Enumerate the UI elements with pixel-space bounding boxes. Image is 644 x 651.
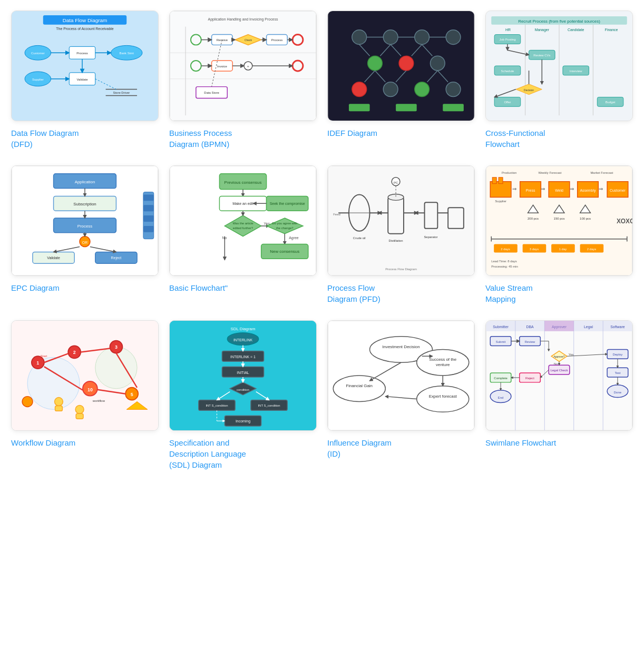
card-title-sdl: Specification and Description Language (…: [169, 437, 317, 470]
card-dfd[interactable]: Data Flow Diagram The Process of Account…: [11, 11, 159, 150]
svg-text:Schedule: Schedule: [501, 70, 514, 73]
svg-text:Process: Process: [77, 224, 93, 229]
svg-text:2 days: 2 days: [587, 248, 597, 251]
svg-text:Process: Process: [76, 52, 87, 55]
svg-text:Subscription: Subscription: [73, 202, 96, 206]
svg-text:150 pcs: 150 pcs: [554, 217, 565, 220]
svg-text:Incoming: Incoming: [236, 419, 250, 423]
card-title-pfd: Process Flow Diagram (PFD): [327, 282, 475, 304]
svg-rect-128: [143, 194, 154, 201]
svg-text:Candidate: Candidate: [568, 28, 584, 32]
svg-text:Legal: Legal: [584, 325, 593, 329]
svg-text:Complete: Complete: [494, 377, 508, 380]
svg-point-238: [55, 398, 63, 406]
svg-rect-186: [499, 177, 503, 184]
card-title-bpmn: Business Process Diagram (BPMN): [169, 127, 317, 150]
svg-text:workflow: workflow: [92, 399, 105, 402]
svg-text:Supplier: Supplier: [495, 200, 506, 203]
svg-text:Deploy: Deploy: [613, 353, 623, 356]
svg-rect-129: [143, 205, 154, 211]
card-bpmn[interactable]: Application Handling and Invoicing Proce…: [169, 11, 317, 150]
svg-text:Reject: Reject: [111, 256, 122, 260]
svg-text:Application: Application: [75, 180, 95, 184]
svg-text:Weld: Weld: [555, 189, 563, 192]
thumbnail-dfd: Data Flow Diagram The Process of Account…: [11, 11, 159, 121]
svg-text:INITIAL: INITIAL: [237, 371, 249, 374]
svg-text:200 pcs: 200 pcs: [528, 217, 539, 220]
svg-text:HR: HR: [505, 28, 511, 32]
svg-point-59: [430, 56, 445, 71]
card-pfd[interactable]: Crude oil Distillation Separator Feed: [327, 165, 475, 304]
svg-rect-79: [443, 104, 464, 111]
svg-point-53: [352, 30, 367, 45]
svg-point-162: [388, 194, 404, 200]
thumbnail-swimlane: Submitter DBA Approver Legal Software Su…: [485, 320, 633, 431]
svg-text:Investment Decision: Investment Decision: [382, 344, 419, 349]
card-title-dfd: Data Flow Diagram (DFD): [11, 127, 159, 150]
card-title-influence: Influence Diagram (ID): [327, 437, 475, 459]
card-influence[interactable]: Investment Decision Financial Gain Succe…: [327, 320, 475, 470]
svg-text:Distillation: Distillation: [389, 239, 403, 242]
svg-text:Agree: Agree: [289, 236, 299, 240]
svg-point-56: [446, 30, 461, 45]
svg-text:Software: Software: [610, 325, 625, 329]
svg-text:Process: Process: [271, 38, 282, 42]
svg-text:Invoice: Invoice: [217, 65, 228, 68]
card-sdl[interactable]: SDL Diagram INTERLINK INTERLINK = 1 INIT…: [169, 320, 317, 470]
svg-text:PC: PC: [394, 181, 398, 184]
svg-point-272: [333, 376, 385, 402]
svg-text:Separator: Separator: [424, 235, 437, 239]
diagram-grid: Data Flow Diagram The Process of Account…: [11, 11, 633, 470]
card-vsm[interactable]: Production Weekly Forecast Market Foreca…: [485, 165, 633, 304]
card-title-swimlane: Swimlane Flowchart: [485, 437, 633, 448]
card-idef[interactable]: IDEF Diagram: [327, 11, 475, 150]
svg-text:Offer: Offer: [504, 101, 511, 104]
svg-text:⇒: ⇒: [570, 186, 574, 192]
svg-text:Crude oil: Crude oil: [353, 236, 366, 240]
svg-point-277: [417, 386, 469, 412]
svg-text:Recruit Process (from five pot: Recruit Process (from five potential sou…: [518, 19, 600, 24]
svg-rect-78: [396, 104, 417, 111]
svg-point-63: [446, 82, 461, 97]
card-title-epc: EPC Diagram: [11, 282, 159, 293]
svg-text:the change?: the change?: [276, 226, 294, 230]
svg-rect-241: [76, 413, 83, 419]
svg-text:Approve?: Approve?: [553, 356, 564, 358]
thumbnail-epc: Application Subscription Process OR Vali…: [11, 165, 159, 276]
svg-text:Application Handling and Invoi: Application Handling and Invoicing Proce…: [208, 17, 278, 22]
svg-text:Check: Check: [245, 39, 252, 42]
card-crossfunc[interactable]: Recruit Process (from five potential sou…: [485, 11, 633, 150]
svg-text:3 days: 3 days: [530, 248, 539, 251]
svg-text:Success of the: Success of the: [429, 357, 456, 362]
svg-point-57: [368, 56, 383, 71]
svg-text:Seek the compromise: Seek the compromise: [270, 202, 305, 206]
svg-text:Customer: Customer: [31, 52, 45, 55]
svg-text:Manager: Manager: [535, 28, 550, 32]
svg-text:Customer: Customer: [610, 189, 626, 192]
svg-text:⇒: ⇒: [599, 186, 603, 192]
svg-text:Was the article: Was the article: [232, 222, 253, 225]
svg-text:INT S_condition: INT S_condition: [206, 404, 228, 407]
svg-text:OR: OR: [82, 241, 87, 244]
svg-text:Store Driver: Store Driver: [113, 91, 130, 94]
svg-point-58: [399, 56, 414, 71]
card-workflow[interactable]: 1 2 3 10 5: [11, 320, 159, 470]
card-basicflow[interactable]: Previous consensus Make an edit Implemen…: [169, 165, 317, 304]
card-epc[interactable]: Application Subscription Process OR Vali…: [11, 165, 159, 304]
svg-text:End: End: [498, 396, 504, 399]
svg-rect-184: [490, 182, 511, 198]
thumbnail-pfd: Crude oil Distillation Separator Feed: [327, 165, 475, 276]
svg-text:Expert forecast: Expert forecast: [429, 394, 457, 399]
svg-text:Validate: Validate: [47, 256, 60, 260]
svg-text:INTERLINK: INTERLINK: [233, 338, 253, 342]
svg-text:Interview: Interview: [570, 70, 582, 73]
thumbnail-influence: Investment Decision Financial Gain Succe…: [327, 320, 475, 431]
svg-rect-77: [349, 104, 370, 111]
card-swimlane[interactable]: Submitter DBA Approver Legal Software Su…: [485, 320, 633, 470]
svg-text:Make an edit: Make an edit: [232, 202, 253, 205]
thumbnail-workflow: 1 2 3 10 5: [11, 320, 159, 431]
svg-text:Lead Time: 8 days: Lead Time: 8 days: [491, 260, 517, 263]
svg-text:3: 3: [115, 344, 118, 350]
card-title-workflow: Workflow Diagram: [11, 437, 159, 448]
svg-text:SDL Diagram: SDL Diagram: [230, 327, 256, 331]
